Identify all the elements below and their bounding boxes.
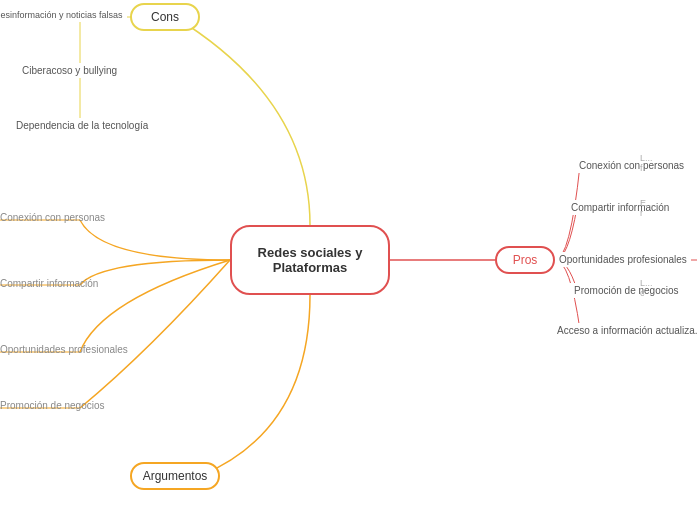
cons-node[interactable]: Cons	[130, 3, 200, 31]
subnode-conexion-detail: L...f	[640, 153, 653, 173]
argumentos-node[interactable]: Argumentos	[130, 462, 220, 490]
left-compartir-label: Compartir información	[0, 278, 98, 289]
pros-conexion-label: Conexión con personas	[579, 160, 684, 171]
left-conexion-label: Conexión con personas	[0, 212, 105, 223]
subnode-compartir-detail: E...r	[640, 198, 654, 218]
pros-acceso-label: Acceso a información actualiza...	[557, 325, 697, 336]
subnode-promocion-detail: L...c	[640, 278, 653, 298]
pros-compartir-node: Compartir información	[567, 200, 673, 215]
pros-node[interactable]: Pros	[495, 246, 555, 274]
desinformacion-node: Desinformación y noticias falsas	[0, 8, 127, 22]
left-oportunidades-label: Oportunidades profesionales	[0, 344, 128, 355]
pros-promocion-node: Promoción de negocios	[570, 283, 683, 298]
pros-label: Pros	[513, 253, 538, 267]
pros-oportunidades-node: Oportunidades profesionales	[555, 252, 691, 267]
central-node[interactable]: Redes sociales y Plataformas	[230, 225, 390, 295]
pros-conexion-node: Conexión con personas	[575, 158, 688, 173]
desinformacion-label: Desinformación y noticias falsas	[0, 10, 123, 20]
cons-label: Cons	[151, 10, 179, 24]
pros-oportunidades-label: Oportunidades profesionales	[559, 254, 687, 265]
ciberacoso-node: Ciberacoso y bullying	[18, 63, 121, 78]
central-label: Redes sociales y Plataformas	[258, 245, 363, 275]
argumentos-label: Argumentos	[143, 469, 208, 483]
pros-promocion-label: Promoción de negocios	[574, 285, 679, 296]
left-conexion-node: Conexión con personas	[0, 212, 105, 223]
left-oportunidades-node: Oportunidades profesionales	[0, 344, 128, 355]
dependencia-node: Dependencia de la tecnología	[12, 118, 152, 133]
dependencia-label: Dependencia de la tecnología	[16, 120, 148, 131]
ciberacoso-label: Ciberacoso y bullying	[22, 65, 117, 76]
pros-acceso-node: Acceso a información actualiza...	[553, 323, 697, 338]
pros-compartir-label: Compartir información	[571, 202, 669, 213]
left-promocion-node: Promoción de negocios	[0, 400, 105, 411]
left-promocion-label: Promoción de negocios	[0, 400, 105, 411]
left-compartir-node: Compartir información	[0, 278, 98, 289]
